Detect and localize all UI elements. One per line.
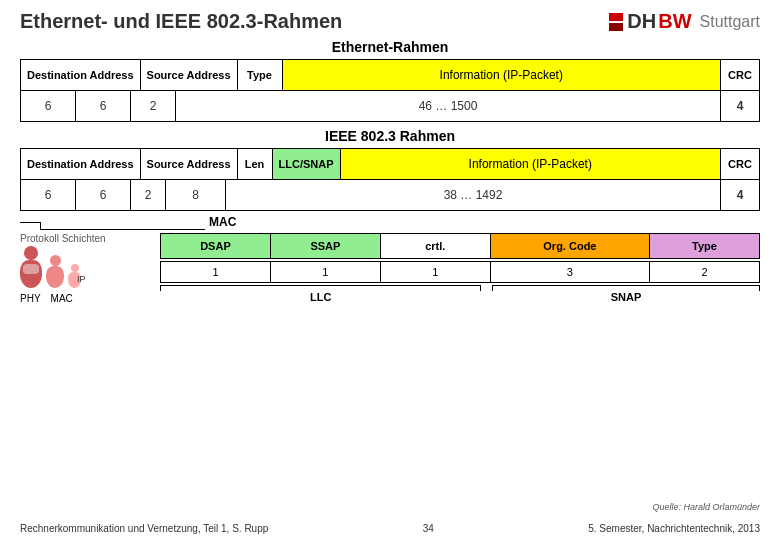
mac-bracket-line xyxy=(40,222,205,230)
ieee-dest-header: Destination Address xyxy=(21,149,141,179)
doll-2-body xyxy=(46,266,64,288)
logo-square-1 xyxy=(609,13,623,21)
doll-1-head xyxy=(24,246,38,260)
ieee-src-header: Source Address xyxy=(141,149,238,179)
doll-1 xyxy=(20,246,42,288)
ieee-title: IEEE 802.3 Rahmen xyxy=(20,128,760,144)
doll-2-head xyxy=(50,255,61,266)
mac-label: MAC xyxy=(209,215,236,229)
ctrl-num: 1 xyxy=(381,262,491,282)
logo-squares xyxy=(609,13,623,31)
dsap-num: 1 xyxy=(161,262,271,282)
type-header: Type xyxy=(650,234,759,258)
ieee-dest-num: 6 xyxy=(21,180,76,210)
ieee-src-num: 6 xyxy=(76,180,131,210)
ethernet-numbers-row: 6 6 2 46 … 1500 4 xyxy=(21,91,759,121)
ethernet-frame: Destination Address Source Address Type … xyxy=(20,59,760,122)
mac-label-proto: MAC xyxy=(51,293,73,304)
orgcode-header: Org. Code xyxy=(491,234,650,258)
ieee-numbers-row: 6 6 2 8 38 … 1492 4 xyxy=(21,180,759,210)
mac-arrow-left xyxy=(20,222,40,223)
llc-bracket xyxy=(160,285,481,291)
eth-type-header: Type xyxy=(238,60,283,90)
logo-area: DH BW Stuttgart xyxy=(609,10,760,33)
source-credit: Quelle: Harald Orlamünder xyxy=(652,502,760,512)
bottom-area: Protokoll Schichten xyxy=(20,233,760,304)
ip-label: IP xyxy=(77,274,86,284)
page: Ethernet- und IEEE 802.3-Rahmen DH BW St… xyxy=(0,0,780,540)
mac-area: MAC xyxy=(20,215,760,229)
ieee-len-num: 2 xyxy=(131,180,166,210)
logo-city: Stuttgart xyxy=(700,13,760,31)
protokoll-area: Protokoll Schichten xyxy=(20,233,140,304)
eth-crc-num: 4 xyxy=(721,91,759,121)
logo-bw: BW xyxy=(658,10,691,33)
footer-right: 5. Semester, Nachrichtentechnik, 2013 xyxy=(588,523,760,534)
ieee-frame: Destination Address Source Address Len L… xyxy=(20,148,760,211)
orgcode-num: 3 xyxy=(491,262,650,282)
llc-label: LLC xyxy=(160,291,481,303)
ieee-info-num: 38 … 1492 xyxy=(226,180,721,210)
ctrl-header: crtl. xyxy=(381,234,491,258)
footer-page: 34 xyxy=(423,523,434,534)
logo-square-2 xyxy=(609,23,623,31)
phy-mac-labels: PHY MAC xyxy=(20,293,73,304)
doll-1-body xyxy=(20,260,42,288)
llcsnap-area: DSAP SSAP crtl. Org. Code Type 1 xyxy=(160,233,760,304)
eth-type-num: 2 xyxy=(131,91,176,121)
snap-label: SNAP xyxy=(492,291,760,303)
doll-1-pattern xyxy=(23,264,39,274)
eth-crc-header: CRC xyxy=(721,60,759,90)
doll-3-head xyxy=(71,264,79,272)
eth-info-num: 46 … 1500 xyxy=(176,91,721,121)
dolls-container: IP xyxy=(20,246,85,288)
ieee-crc-header: CRC xyxy=(721,149,759,179)
ssap-num: 1 xyxy=(271,262,381,282)
ieee-header-row: Destination Address Source Address Len L… xyxy=(21,149,759,180)
header: Ethernet- und IEEE 802.3-Rahmen DH BW St… xyxy=(20,10,760,33)
footer-left: Rechnerkommunikation und Vernetzung, Tei… xyxy=(20,523,268,534)
dsap-header: DSAP xyxy=(161,234,271,258)
ieee-info-header: Information (IP-Packet) xyxy=(341,149,721,179)
llcsnap-header-row: DSAP SSAP crtl. Org. Code Type xyxy=(160,233,760,259)
logo-dh: DH xyxy=(627,10,656,33)
logo: DH BW Stuttgart xyxy=(609,10,760,33)
eth-src-num: 6 xyxy=(76,91,131,121)
llcsnap-labels: LLC SNAP xyxy=(160,291,760,303)
eth-dest-header: Destination Address xyxy=(21,60,141,90)
proto-label: Protokoll Schichten xyxy=(20,233,106,244)
ieee-llcsnap-header: LLC/SNAP xyxy=(273,149,341,179)
ssap-header: SSAP xyxy=(271,234,381,258)
type-num: 2 xyxy=(650,262,759,282)
eth-info-header: Information (IP-Packet) xyxy=(283,60,721,90)
phy-label: PHY xyxy=(20,293,41,304)
doll-2 xyxy=(46,255,64,288)
ethernet-title: Ethernet-Rahmen xyxy=(20,39,760,55)
ieee-llcsnap-num: 8 xyxy=(166,180,226,210)
page-title: Ethernet- und IEEE 802.3-Rahmen xyxy=(20,10,342,33)
eth-src-header: Source Address xyxy=(141,60,238,90)
llcsnap-numbers-row: 1 1 1 3 2 xyxy=(160,261,760,283)
ethernet-header-row: Destination Address Source Address Type … xyxy=(21,60,759,91)
eth-dest-num: 6 xyxy=(21,91,76,121)
ieee-crc-num: 4 xyxy=(721,180,759,210)
footer: Rechnerkommunikation und Vernetzung, Tei… xyxy=(0,523,780,534)
ieee-len-header: Len xyxy=(238,149,273,179)
